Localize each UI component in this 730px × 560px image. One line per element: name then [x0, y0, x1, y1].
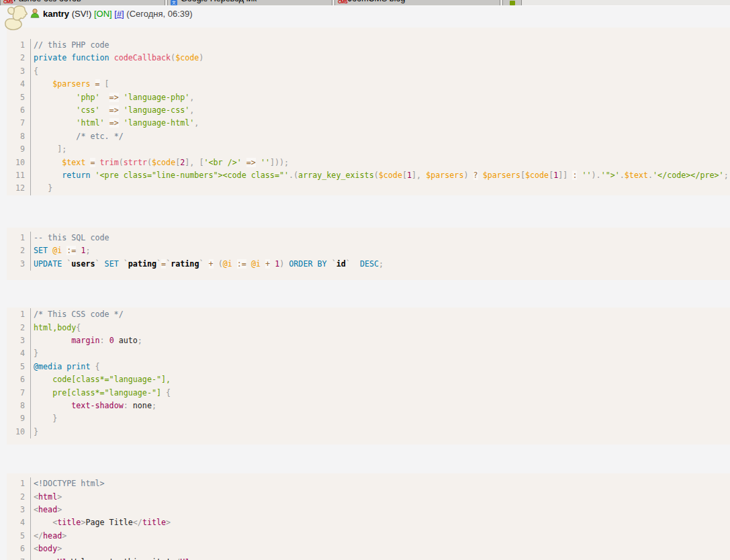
line-number: 8 [7, 400, 31, 412]
code-line: 5 'php' => 'language-php', [7, 91, 730, 104]
line-number: 4 [7, 516, 31, 529]
line-number: 4 [7, 347, 31, 360]
line-number: 1 [7, 232, 31, 244]
code-line: 4 <title>Page Title</title> [7, 516, 730, 529]
code-line: 3 margin: 0 auto; [7, 334, 730, 347]
green-favicon [510, 1, 515, 5]
line-number: 2 [7, 491, 31, 504]
line-number: 5 [7, 91, 31, 104]
post-anchor-link[interactable]: [#] [114, 9, 124, 19]
post-timestamp: (Сегодня, 06:39) [126, 9, 192, 19]
line-number: 2 [7, 322, 31, 334]
code-line: 1-- this SQL code [7, 232, 730, 244]
line-number: 6 [7, 543, 31, 555]
code-line: 1/* This CSS code */ [7, 308, 730, 321]
line-number: 2 [7, 52, 31, 64]
cms-favicon: CMS [338, 0, 345, 6]
code-line: 1// this PHP code [7, 39, 730, 52]
line-number: 11 [7, 169, 31, 182]
tab-title: Разное без ботов [13, 0, 81, 3]
code-line: 4 $parsers = [ [7, 78, 730, 91]
code-line: 5</head> [7, 530, 730, 543]
line-number: 1 [7, 308, 31, 321]
code-line: 3{ [7, 65, 730, 78]
code-line: 5@media print { [7, 361, 730, 373]
code-line: 9 ]; [7, 143, 730, 156]
line-number: 6 [7, 373, 31, 386]
line-number: 7 [7, 556, 31, 560]
line-number: 3 [7, 334, 31, 347]
code-line: 6 'css' => 'language-css', [7, 104, 730, 117]
code-line: 7 <H1>Welcome to this site!</H1> [7, 556, 730, 560]
browser-tab[interactable] [502, 0, 522, 6]
line-number: 3 [7, 65, 31, 78]
code-line: 2SET @i := 1; [7, 244, 730, 257]
code-line: 4} [7, 347, 730, 360]
line-number: 5 [7, 530, 31, 543]
code-line: 12 } [7, 182, 730, 195]
tab-title: JoomCMS blog [348, 0, 405, 3]
code-line: 10 $text = trim(strtr($code[2], ['<br />… [7, 156, 730, 169]
line-number: 1 [7, 477, 31, 490]
line-number: 3 [7, 258, 31, 271]
line-number: 9 [7, 143, 31, 156]
line-number: 10 [7, 426, 31, 438]
code-line: 2<html> [7, 491, 730, 504]
code-line: 9 } [7, 412, 730, 425]
line-number: 6 [7, 104, 31, 117]
line-number: 2 [7, 244, 31, 257]
online-status: [ON] [94, 9, 112, 19]
code-line: 10} [7, 426, 730, 438]
avatar-icon [30, 8, 40, 19]
post-body: 1// this PHP code2private function codeC… [0, 28, 730, 560]
code-line: 3<head> [7, 504, 730, 516]
code-block-css: 1/* This CSS code */2html,body{3 margin:… [7, 308, 730, 445]
code-line: 3UPDATE `users` SET `pating`=`rating` + … [7, 258, 730, 271]
browser-tab[interactable]: CMSJoomCMS blog [334, 0, 500, 6]
line-number: 10 [7, 156, 31, 169]
line-number: 12 [7, 182, 31, 195]
line-number: 7 [7, 117, 31, 130]
line-number: 1 [7, 39, 31, 52]
tab-title: Google Переводчик [181, 0, 257, 3]
browser-tab-bar: CMSРазное без ботов文Google ПереводчикCMS… [0, 0, 730, 6]
code-line: 8 text-shadow: none; [7, 400, 730, 412]
code-block-html: 1<!DOCTYPE html>2<html>3<head>4 <title>P… [7, 473, 730, 560]
line-number: 3 [7, 504, 31, 516]
post-author[interactable]: kantry [43, 9, 69, 19]
author-suffix: (SV!) [72, 9, 92, 19]
code-line: 6<body> [7, 543, 730, 555]
code-line: 8 /* etc. */ [7, 130, 730, 143]
browser-tab[interactable]: 文Google Переводчик [167, 0, 332, 6]
hands-icon [3, 4, 28, 31]
line-number: 9 [7, 412, 31, 425]
code-block-php: 1// this PHP code2private function codeC… [7, 28, 730, 195]
translate-favicon: 文 [171, 0, 177, 5]
line-number: 5 [7, 361, 31, 373]
code-line: 7 pre[class*="language-"] { [7, 387, 730, 400]
code-line: 11 return '<pre class="line-numbers"><co… [7, 169, 730, 182]
code-line: 2html,body{ [7, 322, 730, 334]
line-number: 8 [7, 130, 31, 143]
code-block-sql: 1-- this SQL code2SET @i := 1;3UPDATE `u… [7, 228, 730, 280]
code-line: 7 'html' => 'language-html', [7, 117, 730, 130]
code-line: 2private function codeCallback($code) [7, 52, 730, 64]
post-header: kantry (SV!) [ON] [#] (Сегодня, 06:39) [0, 6, 730, 28]
line-number: 4 [7, 78, 31, 91]
code-line: 1<!DOCTYPE html> [7, 477, 730, 490]
code-line: 6 code[class*="language-"], [7, 373, 730, 386]
line-number: 7 [7, 387, 31, 400]
